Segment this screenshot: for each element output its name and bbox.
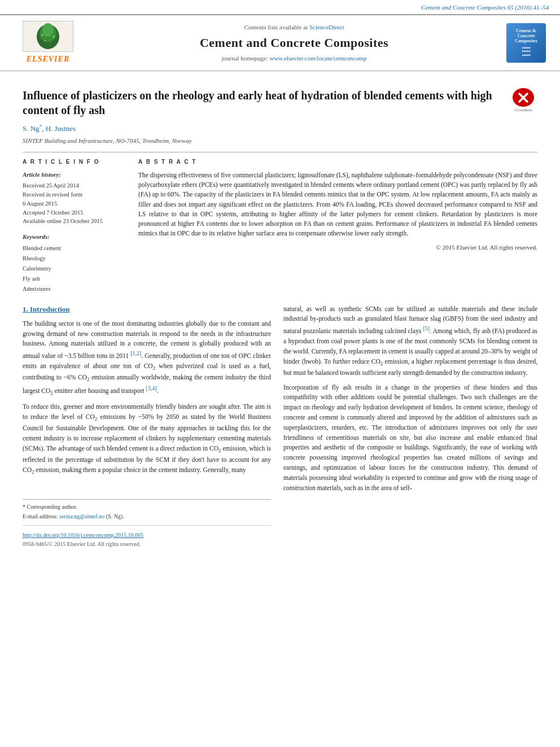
keywords-label: Keywords: — [23, 233, 127, 241]
ref-5[interactable]: [5] — [423, 325, 430, 331]
ref-1-2[interactable]: [1,2] — [130, 350, 141, 356]
ref-3-4[interactable]: [3,4] — [146, 385, 157, 391]
article-info-col: A R T I C L E I N F O Article history: R… — [23, 158, 127, 294]
svg-point-4 — [42, 23, 54, 37]
intro-title: 1. Introduction — [23, 304, 271, 314]
crossmark-icon — [513, 88, 534, 107]
svg-point-5 — [41, 34, 43, 36]
abstract-col: A B S T R A C T The dispersing effective… — [138, 158, 537, 294]
authors-line: S. Ng*, H. Justnes — [23, 123, 537, 134]
keywords-section: Keywords: Blended cement Rheology Calori… — [23, 233, 127, 294]
body-right-col: natural, as well as synthetic SCMs can b… — [283, 304, 537, 549]
email-note: E-mail address: serina.ng@sintef.no (S. … — [23, 513, 271, 521]
article-title-section: Influence of plasticizers on the rheolog… — [23, 88, 537, 117]
elsevier-name: ELSEVIER — [27, 54, 69, 65]
article-info-abstract: A R T I C L E I N F O Article history: R… — [23, 152, 537, 294]
crossmark-text: CrossMark — [514, 108, 532, 113]
affiliation: SINTEF Building and Infrastructure, NO-7… — [23, 137, 537, 145]
page-container: Cement and Concrete Composites 65 (2016)… — [0, 0, 560, 560]
svg-point-7 — [45, 40, 46, 42]
history-accepted: Accepted 7 October 2015 — [23, 208, 127, 217]
history-label: Article history: — [23, 171, 127, 179]
journal-main-title: Cement and Concrete Composites — [96, 34, 492, 52]
right-para1: natural, as well as synthetic SCMs can b… — [283, 304, 537, 378]
content-area: Influence of plasticizers on the rheolog… — [0, 71, 560, 560]
history-received: Received 25 April 2014 — [23, 181, 127, 190]
elsevier-logo-area: ELSEVIER — [11, 21, 85, 65]
keyword-rheology: Rheology — [23, 254, 127, 264]
keyword-calorimetry: Calorimetry — [23, 264, 127, 274]
elsevier-logo: ELSEVIER — [23, 21, 73, 65]
svg-point-6 — [53, 36, 55, 38]
journal-header: ELSEVIER Contents lists available at Sci… — [0, 14, 560, 71]
journal-badge-area: Cement & Concrete Composites ■■■■■ ■■■■■… — [504, 23, 549, 63]
journal-badge: Cement & Concrete Composites ■■■■■ ■■■■■… — [506, 23, 546, 63]
keyword-blended: Blended cement — [23, 243, 127, 254]
intro-para1: The building sector is one of the most d… — [23, 319, 271, 398]
abstract-text: The dispersing effectiveness of five com… — [138, 171, 537, 239]
science-direct-text: Contents lists available at ScienceDirec… — [96, 23, 492, 32]
corresponding-author-note: * Corresponding author. — [23, 503, 271, 511]
article-title: Influence of plasticizers on the rheolog… — [23, 88, 509, 117]
author-ng[interactable]: S. Ng — [23, 124, 40, 133]
homepage-link[interactable]: www.elsevier.com/locate/cemconcomp — [269, 55, 366, 62]
journal-title-area: Contents lists available at ScienceDirec… — [85, 23, 504, 63]
abstract-copyright: © 2015 Elsevier Ltd. All rights reserved… — [138, 243, 537, 252]
article-info-heading: A R T I C L E I N F O — [23, 158, 127, 166]
intro-para2: To reduce this, greener and more environ… — [23, 402, 271, 477]
author-justnes[interactable]: H. Justnes — [46, 124, 76, 133]
doi-link[interactable]: http://dx.doi.org/10.1016/j.cemconcomp.2… — [23, 531, 271, 539]
journal-homepage: journal homepage: www.elsevier.com/locat… — [96, 54, 492, 63]
keyword-flyash: Fly ash — [23, 274, 127, 284]
history-revised-date: 6 August 2015 — [23, 199, 127, 208]
body-left-col: 1. Introduction The building sector is o… — [23, 304, 271, 549]
journal-reference: Cement and Concrete Composites 65 (2016)… — [0, 0, 560, 14]
footer-notes: * Corresponding author. E-mail address: … — [23, 499, 271, 548]
right-para2: Incorporation of fly ash results in a ch… — [283, 383, 537, 493]
crossmark-badge[interactable]: CrossMark — [509, 88, 537, 113]
elsevier-tree-icon — [23, 21, 73, 52]
abstract-heading: A B S T R A C T — [138, 158, 537, 166]
science-direct-link[interactable]: ScienceDirect — [309, 24, 344, 30]
doi-section: http://dx.doi.org/10.1016/j.cemconcomp.2… — [23, 525, 271, 548]
keyword-admixtures: Admixtures — [23, 284, 127, 294]
email-link[interactable]: serina.ng@sintef.no — [59, 513, 104, 519]
history-online: Available online 23 October 2015 — [23, 217, 127, 226]
history-revised: Received in revised form — [23, 190, 127, 199]
body-section: 1. Introduction The building sector is o… — [23, 304, 537, 549]
issn-text: 0958-9465/© 2015 Elsevier Ltd. All right… — [23, 540, 271, 548]
